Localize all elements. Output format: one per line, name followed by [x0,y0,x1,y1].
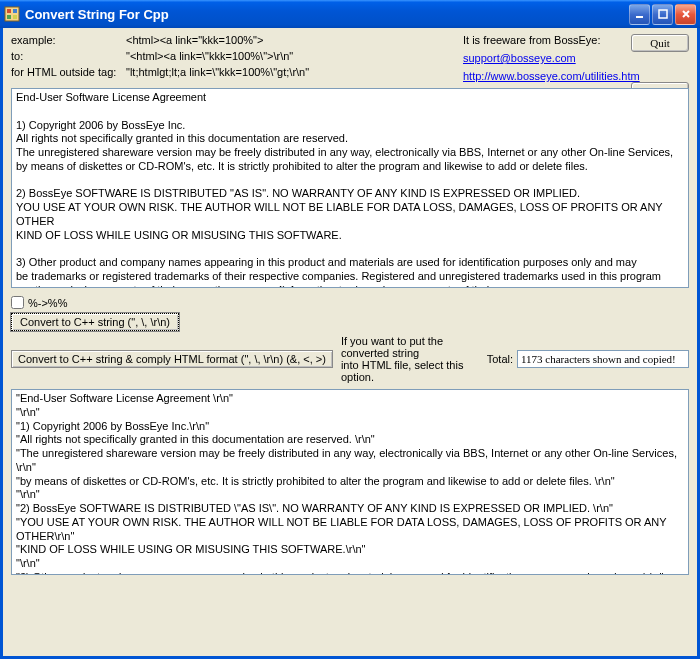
quit-button[interactable]: Quit [631,34,689,52]
mid-section: %->%% Convert to C++ string (", \, \r\n)… [3,292,697,387]
maximize-button[interactable] [652,4,673,25]
support-link[interactable]: support@bosseye.com [463,52,576,64]
window-title: Convert String For Cpp [25,7,629,22]
total-label: Total: [487,353,513,365]
app-icon [4,6,20,22]
minimize-button[interactable] [629,4,650,25]
hint-text: If you want to put the converted string … [341,335,479,383]
top-section: example: <html><a link="kkk=100%"> to: "… [3,28,697,86]
input-textarea[interactable] [11,88,689,288]
utilities-link[interactable]: http://www.bosseye.com/utilities.htm [463,70,640,82]
svg-rect-3 [7,15,11,19]
percent-checkbox-label: %->%% [28,297,67,309]
close-button[interactable] [675,4,696,25]
svg-rect-2 [13,9,17,13]
to-value: "<html><a link=\"kkk=100%\">\r\n" [126,50,446,62]
svg-rect-1 [7,9,11,13]
to-label: to: [11,50,126,62]
html-value: "lt;htmlgt;lt;a link=\"kkk=100%\"gt;\r\n… [126,66,446,78]
percent-checkbox[interactable] [11,296,24,309]
svg-rect-6 [659,10,667,18]
example-value: <html><a link="kkk=100%"> [126,34,446,46]
titlebar[interactable]: Convert String For Cpp [0,0,700,28]
convert-cpp-button[interactable]: Convert to C++ string (", \, \r\n) [11,313,179,331]
output-textarea[interactable] [11,389,689,575]
example-label: example: [11,34,126,46]
total-field[interactable] [517,350,689,368]
client-area: example: <html><a link="kkk=100%"> to: "… [0,28,700,659]
svg-rect-5 [636,16,643,18]
convert-cpp-html-button[interactable]: Convert to C++ string & comply HTML form… [11,350,333,368]
html-label: for HTML outside tag: [11,66,126,78]
svg-rect-4 [13,15,17,19]
